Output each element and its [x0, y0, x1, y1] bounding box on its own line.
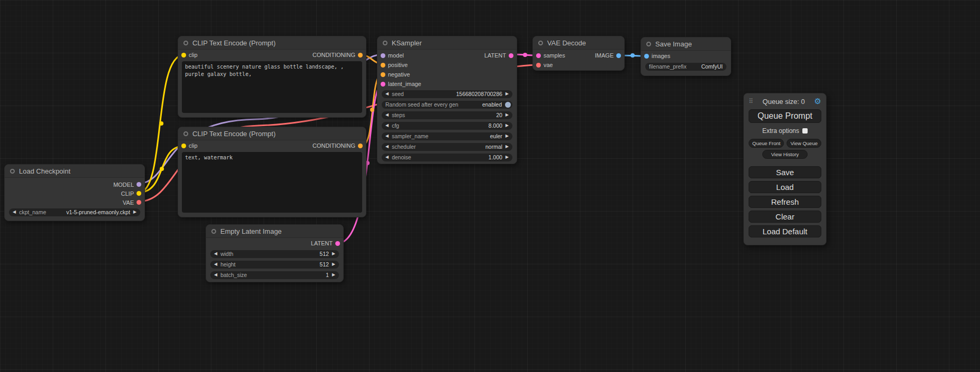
arrow-left-icon[interactable]: ◀	[385, 113, 389, 117]
slot-dot-conditioning[interactable]	[358, 144, 363, 148]
arrow-right-icon[interactable]: ▶	[506, 123, 509, 128]
collapse-dot-icon[interactable]	[183, 131, 188, 136]
collapse-dot-icon[interactable]	[183, 41, 188, 45]
collapse-dot-icon[interactable]	[211, 229, 216, 234]
gear-icon[interactable]: ⚙	[814, 97, 821, 106]
node-header[interactable]: Load Checkpoint	[5, 165, 144, 178]
input-slot-vae[interactable]: vae	[536, 62, 553, 68]
toggle-knob-icon[interactable]	[505, 102, 511, 108]
slot-dot-latent[interactable]	[536, 53, 541, 58]
collapse-dot-icon[interactable]	[646, 42, 651, 46]
collapse-dot-icon[interactable]	[538, 41, 543, 45]
arrow-right-icon[interactable]: ▶	[506, 113, 509, 117]
output-slot-vae[interactable]: VAE	[123, 199, 141, 206]
node-load-checkpoint[interactable]: Load Checkpoint MODEL CLIP VAE	[4, 164, 145, 221]
arrow-right-icon[interactable]: ▶	[332, 262, 335, 266]
output-slot-model[interactable]: MODEL	[113, 182, 141, 188]
arrow-right-icon[interactable]: ▶	[506, 155, 509, 159]
drag-handle-icon[interactable]: ⠿	[749, 98, 753, 105]
slot-dot-image[interactable]	[644, 54, 649, 59]
node-clip-text-encode-positive[interactable]: CLIP Text Encode (Prompt) clip CONDITION…	[178, 36, 366, 118]
input-slot-latent-image[interactable]: latent_image	[381, 81, 421, 87]
arrow-right-icon[interactable]: ▶	[332, 273, 335, 277]
collapse-dot-icon[interactable]	[10, 169, 15, 174]
output-slot-conditioning[interactable]: CONDITIONING	[313, 142, 363, 149]
arrow-left-icon[interactable]: ◀	[214, 262, 217, 266]
slot-dot-vae[interactable]	[536, 63, 541, 68]
prompt-text-area[interactable]: text, watermark	[182, 152, 362, 213]
node-vae-decode[interactable]: VAE Decode samples IMAGE vae	[532, 36, 625, 71]
output-slot-conditioning[interactable]: CONDITIONING	[313, 52, 363, 58]
clear-button[interactable]: Clear	[749, 211, 821, 223]
slot-dot-conditioning[interactable]	[381, 63, 385, 68]
view-history-button[interactable]: View History	[762, 150, 808, 159]
widget-sampler-name[interactable]: ◀ sampler_name euler ▶	[382, 132, 512, 140]
load-button[interactable]: Load	[749, 181, 821, 193]
queue-prompt-button[interactable]: Queue Prompt	[749, 109, 821, 123]
arrow-right-icon[interactable]: ▶	[506, 92, 509, 96]
slot-dot-latent[interactable]	[335, 241, 340, 246]
arrow-right-icon[interactable]: ▶	[332, 252, 335, 256]
node-ksampler[interactable]: KSampler model LATENT positive negative	[377, 36, 517, 164]
input-slot-positive[interactable]: positive	[381, 62, 407, 68]
widget-filename-prefix[interactable]: filename_prefix ComfyUI	[645, 63, 726, 71]
refresh-button[interactable]: Refresh	[749, 196, 821, 208]
arrow-left-icon[interactable]: ◀	[214, 252, 217, 256]
arrow-left-icon[interactable]: ◀	[385, 123, 389, 128]
node-clip-text-encode-negative[interactable]: CLIP Text Encode (Prompt) clip CONDITION…	[178, 127, 366, 217]
node-empty-latent-image[interactable]: Empty Latent Image LATENT ◀ width 512 ▶ …	[206, 224, 344, 282]
node-header[interactable]: CLIP Text Encode (Prompt)	[178, 127, 366, 140]
slot-dot-clip[interactable]	[181, 144, 186, 148]
widget-random-seed-toggle[interactable]: Random seed after every gen enabled	[382, 101, 512, 109]
node-graph-canvas[interactable]: Load Checkpoint MODEL CLIP VAE	[0, 0, 980, 372]
arrow-left-icon[interactable]: ◀	[385, 134, 389, 138]
prompt-text-area[interactable]: beautiful scenery nature glass bottle la…	[182, 61, 362, 113]
widget-seed[interactable]: ◀ seed 156680208700286 ▶	[382, 90, 512, 98]
slot-dot-model[interactable]	[381, 53, 385, 58]
arrow-left-icon[interactable]: ◀	[385, 145, 389, 149]
node-header[interactable]: VAE Decode	[533, 36, 624, 50]
output-slot-latent[interactable]: LATENT	[311, 240, 340, 246]
collapse-dot-icon[interactable]	[383, 41, 387, 45]
widget-height[interactable]: ◀ height 512 ▶	[210, 261, 339, 269]
output-slot-latent[interactable]: LATENT	[484, 52, 513, 59]
arrow-right-icon[interactable]: ▶	[506, 134, 509, 138]
node-header[interactable]: KSampler	[377, 36, 517, 50]
load-default-button[interactable]: Load Default	[749, 225, 821, 237]
extra-options-checkbox[interactable]	[802, 128, 808, 133]
input-slot-samples[interactable]: samples	[536, 52, 565, 59]
slot-dot-vae[interactable]	[137, 200, 141, 205]
slot-dot-latent[interactable]	[509, 53, 513, 58]
save-button[interactable]: Save	[749, 166, 821, 178]
arrow-right-icon[interactable]: ▶	[506, 145, 509, 149]
widget-scheduler[interactable]: ◀ scheduler normal ▶	[382, 143, 512, 151]
widget-width[interactable]: ◀ width 512 ▶	[210, 250, 339, 258]
node-header[interactable]: Save Image	[641, 37, 731, 51]
widget-batch-size[interactable]: ◀ batch_size 1 ▶	[210, 271, 339, 279]
slot-dot-image[interactable]	[616, 53, 621, 58]
widget-steps[interactable]: ◀ steps 20 ▶	[382, 111, 512, 119]
queue-front-button[interactable]: Queue Front	[749, 139, 784, 148]
slot-dot-model[interactable]	[137, 182, 141, 187]
arrow-left-icon[interactable]: ◀	[385, 155, 389, 159]
slot-dot-conditioning[interactable]	[358, 53, 363, 58]
arrow-left-icon[interactable]: ◀	[385, 92, 389, 96]
input-slot-negative[interactable]: negative	[381, 71, 410, 78]
arrow-left-icon[interactable]: ◀	[13, 210, 16, 214]
output-slot-image[interactable]: IMAGE	[595, 52, 621, 59]
widget-cfg[interactable]: ◀ cfg 8.000 ▶	[382, 122, 512, 130]
output-slot-clip[interactable]: CLIP	[121, 190, 141, 197]
node-header[interactable]: CLIP Text Encode (Prompt)	[178, 36, 366, 50]
node-header[interactable]: Empty Latent Image	[206, 225, 343, 238]
input-slot-clip[interactable]: clip	[181, 52, 198, 58]
slot-dot-clip[interactable]	[137, 191, 141, 196]
slot-dot-latent[interactable]	[381, 82, 385, 87]
widget-ckpt-name[interactable]: ◀ ckpt_name v1-5-pruned-emaonly.ckpt ▶	[9, 208, 140, 216]
slot-dot-conditioning[interactable]	[381, 72, 385, 77]
view-queue-button[interactable]: View Queue	[787, 139, 821, 148]
slot-dot-clip[interactable]	[181, 53, 186, 58]
arrow-left-icon[interactable]: ◀	[214, 273, 217, 277]
widget-denoise[interactable]: ◀ denoise 1.000 ▶	[382, 154, 512, 161]
node-save-image[interactable]: Save Image images filename_prefix ComfyU…	[641, 37, 731, 76]
arrow-right-icon[interactable]: ▶	[133, 210, 137, 214]
